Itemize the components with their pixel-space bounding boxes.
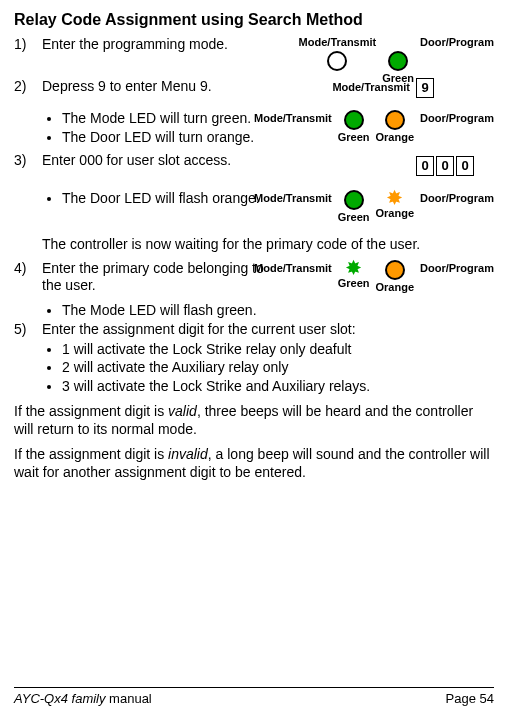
step-5-bullet-3: 3 will activate the Lock Strike and Auxi… <box>62 378 494 396</box>
step-3-bullet-1: The Door LED will flash orange. <box>62 190 272 208</box>
door-program-label: Door/Program <box>420 192 494 206</box>
mode-transmit-label: Mode/Transmit <box>254 112 332 126</box>
green-label: Green <box>338 277 370 291</box>
keys-000-icon: 0 0 0 <box>416 156 474 176</box>
step-2-bullet-1: The Mode LED will turn green. <box>62 110 272 128</box>
step-3-num: 3) <box>14 152 42 170</box>
mode-transmit-label: Mode/Transmit <box>254 262 332 276</box>
mode-led-outline-icon <box>327 51 347 71</box>
orange-label: Orange <box>376 281 415 295</box>
step-5-bullet-2: 2 will activate the Auxiliary relay only <box>62 359 494 377</box>
step-2b-indicators: Mode/Transmit Green Orange Door/Program <box>254 110 494 145</box>
step-2-indicators: Mode/Transmit 9 <box>332 78 434 98</box>
invalid-paragraph: If the assignment digit is invalid, a lo… <box>14 446 494 481</box>
door-program-label: Door/Program <box>420 262 494 276</box>
green-label: Green <box>338 211 370 225</box>
door-led-orange-icon <box>385 110 405 130</box>
door-program-label: Door/Program <box>420 36 494 50</box>
step-5-num: 5) <box>14 321 42 339</box>
step-3-keys: 0 0 0 <box>416 156 474 176</box>
step-2-num: 2) <box>14 78 42 96</box>
mode-led-green-icon <box>344 190 364 210</box>
orange-label: Orange <box>376 131 415 145</box>
step-5: 5) Enter the assignment digit for the cu… <box>14 321 494 339</box>
step-5-bullets: 1 will activate the Lock Strike relay on… <box>14 341 494 396</box>
mode-transmit-label: Mode/Transmit <box>332 81 410 95</box>
orange-label: Orange <box>376 207 415 221</box>
step-4-indicators: Mode/Transmit ✸ Green Orange Door/Progra… <box>254 260 494 295</box>
step-5-bullet-1: 1 will activate the Lock Strike relay on… <box>62 341 494 359</box>
mode-transmit-label: Mode/Transmit <box>254 192 332 206</box>
mode-transmit-label: Mode/Transmit <box>299 36 377 50</box>
mode-led-flash-green-icon: ✸ <box>346 260 361 276</box>
step-4-bullet-1: The Mode LED will flash green. <box>62 302 292 320</box>
step-4-bullets: The Mode LED will flash green. <box>14 302 494 320</box>
step-4-num: 4) <box>14 260 42 278</box>
key-9-icon: 9 <box>416 78 434 98</box>
green-label: Green <box>338 131 370 145</box>
waiting-note: The controller is now waiting for the pr… <box>42 236 494 254</box>
step-4-text: Enter the primary code belonging to the … <box>42 260 272 295</box>
step-5-text: Enter the assignment digit for the curre… <box>42 321 494 339</box>
page-title: Relay Code Assignment using Search Metho… <box>14 10 494 30</box>
step-3b-indicators: Mode/Transmit Green ✸ Orange Door/Progra… <box>254 190 494 225</box>
door-program-label: Door/Program <box>420 112 494 126</box>
step-1-num: 1) <box>14 36 42 54</box>
mode-led-green-icon <box>344 110 364 130</box>
door-led-flash-orange-icon: ✸ <box>387 190 402 206</box>
door-led-orange-icon <box>385 260 405 280</box>
step-1-text: Enter the programming mode. <box>42 36 262 54</box>
door-led-green-icon <box>388 51 408 71</box>
valid-paragraph: If the assignment digit is valid, three … <box>14 403 494 438</box>
